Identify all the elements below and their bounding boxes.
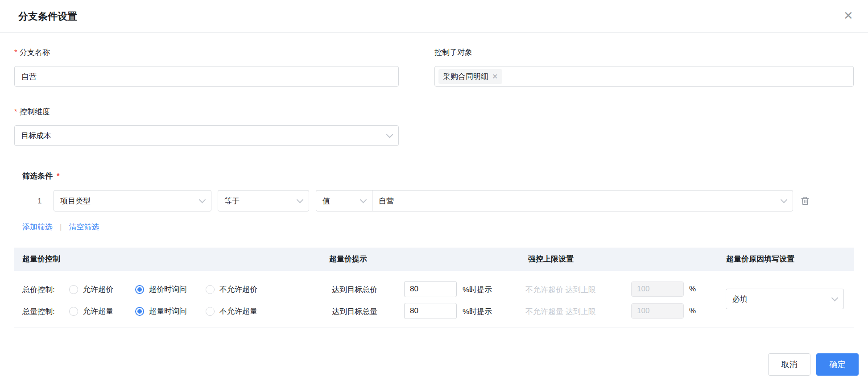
control-table-header: 超量价控制 超量价提示 强控上限设置 超量价原因填写设置 [14, 248, 854, 271]
row-total-price-label: 总价控制: [22, 285, 55, 295]
radio-allow-over-qty[interactable]: 允许超量 [69, 306, 113, 316]
radio-icon[interactable] [206, 285, 215, 294]
control-sub-object-label: 控制子对象 [434, 47, 472, 58]
filter-conditions-label: 筛选条件* [22, 171, 60, 181]
links-separator: | [60, 223, 62, 232]
row2-tip-suffix: %时提示 [463, 306, 492, 317]
chevron-down-icon [199, 196, 206, 203]
trash-icon [800, 195, 810, 206]
filter-field-select[interactable]: 项目类型 [54, 190, 211, 211]
row1-tip-percent-input[interactable] [404, 281, 457, 297]
dialog-header: 分支条件设置 ✕ [0, 0, 868, 33]
filter-value-select[interactable]: 自营 [372, 190, 793, 211]
chevron-down-icon [386, 131, 393, 138]
table-bottom-divider [14, 327, 854, 327]
add-filter-link[interactable]: 添加筛选 [22, 222, 53, 232]
row1-limit-suffix: % [689, 285, 696, 294]
radio-icon[interactable] [206, 307, 215, 316]
confirm-button[interactable]: 确定 [816, 353, 859, 376]
required-asterisk: * [57, 172, 60, 180]
tag-remove-icon[interactable]: ✕ [492, 72, 498, 81]
row2-limit-suffix: % [689, 306, 696, 315]
filter-links: 添加筛选 | 清空筛选 [22, 222, 99, 232]
row1-limit-percent-input [631, 282, 684, 297]
branch-name-input[interactable] [14, 66, 399, 87]
filter-value-type: 值 [322, 196, 330, 206]
selected-tag: 采购合同明细 ✕ [438, 69, 502, 84]
row2-limit-percent-input [631, 303, 684, 319]
radio-icon[interactable] [69, 307, 78, 316]
filter-value-type-select[interactable]: 值 [316, 190, 372, 211]
control-dimension-value: 目标成本 [21, 131, 51, 141]
control-dimension-select[interactable]: 目标成本 [14, 125, 399, 146]
header-reason-setting: 超量价原因填写设置 [726, 254, 794, 264]
radio-allow-over-price[interactable]: 允许超价 [69, 284, 113, 294]
radio-ask-when-over-price[interactable]: 超价时询问 [135, 284, 187, 294]
reason-required-value: 必填 [732, 294, 748, 304]
chevron-down-icon [360, 196, 367, 203]
radio-disallow-over-qty[interactable]: 不允许超量 [206, 306, 257, 316]
filter-row-index: 1 [37, 197, 41, 206]
control-sub-object-field[interactable]: 采购合同明细 ✕ [434, 66, 854, 87]
required-asterisk: * [14, 108, 17, 116]
branch-condition-dialog: 分支条件设置 ✕ *分支名称 控制子对象 采购合同明细 ✕ *控制维度 目标成本… [0, 0, 868, 381]
filter-value: 自营 [379, 196, 394, 206]
radio-checked-icon[interactable] [135, 307, 144, 316]
radio-ask-when-over-qty[interactable]: 超量时询问 [135, 306, 187, 316]
header-hard-limit-setting: 强控上限设置 [528, 254, 574, 264]
dialog-title: 分支条件设置 [18, 10, 77, 23]
row1-limit-note: 不允许超价 达到上限 [525, 285, 596, 295]
radio-checked-icon[interactable] [135, 285, 144, 294]
filter-operator-select[interactable]: 等于 [218, 190, 309, 211]
clear-filter-link[interactable]: 清空筛选 [69, 222, 99, 232]
filter-field-value: 项目类型 [60, 196, 91, 206]
chevron-down-icon [297, 196, 304, 203]
close-icon[interactable]: ✕ [840, 8, 856, 24]
chevron-down-icon [831, 294, 839, 301]
branch-name-label: *分支名称 [14, 47, 50, 58]
row-total-qty-label: 总量控制: [22, 306, 55, 317]
header-over-price-tip: 超量价提示 [329, 254, 367, 264]
radio-disallow-over-price[interactable]: 不允许超价 [206, 284, 257, 294]
delete-filter-row-button[interactable] [800, 195, 810, 207]
reason-required-select[interactable]: 必填 [726, 289, 844, 309]
control-dimension-label: *控制维度 [14, 107, 50, 117]
radio-icon[interactable] [69, 285, 78, 294]
tag-label: 采购合同明细 [443, 71, 488, 82]
row2-tip-prefix: 达到目标总量 [332, 306, 377, 317]
header-over-price-control: 超量价控制 [22, 254, 60, 264]
row1-tip-suffix: %时提示 [463, 285, 492, 295]
filter-operator-value: 等于 [224, 196, 240, 206]
chevron-down-icon [781, 196, 788, 203]
row2-tip-percent-input[interactable] [404, 303, 457, 319]
row1-tip-prefix: 达到目标总价 [332, 285, 377, 295]
row2-limit-note: 不允许超量 达到上限 [525, 306, 596, 317]
footer-divider [0, 346, 868, 346]
required-asterisk: * [14, 48, 17, 57]
cancel-button[interactable]: 取消 [768, 353, 810, 376]
